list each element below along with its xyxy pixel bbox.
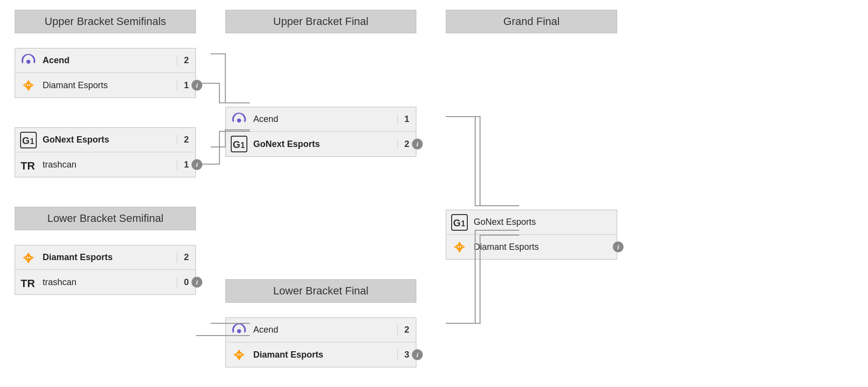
diamant-logo-gf — [450, 238, 469, 256]
team-name-trashcan-ubs2: trashcan — [43, 160, 173, 170]
match-ubs2: G 1 GoNext Esports 2 TR trashcan 1 i — [15, 127, 196, 177]
svg-text:1: 1 — [461, 219, 465, 228]
team-diamant-ubs1: Diamant Esports 1 i — [15, 73, 195, 97]
score-diamant-lbs1: 2 — [177, 252, 192, 263]
team-name-trashcan-lbs1: trashcan — [43, 277, 173, 288]
svg-point-0 — [26, 60, 30, 64]
team-acend-lbf: Acend 2 — [226, 318, 416, 342]
match-lbs1: Diamant Esports 2 TR trashcan 0 i — [15, 245, 196, 295]
acend-logo — [19, 51, 38, 70]
match-lbf1: Acend 2 Diamant Esports 3 i — [225, 317, 416, 367]
svg-text:1: 1 — [241, 141, 245, 149]
team-gonext-ubf: G 1 GoNext Esports 2 i — [226, 132, 416, 156]
match-gf1: G 1 GoNext Esports Diamant Esports i — [446, 210, 617, 260]
score-acend-ubs1: 2 — [177, 55, 192, 66]
info-badge-lbs1[interactable]: i — [192, 277, 202, 288]
diamant-logo-lbf — [230, 345, 248, 364]
svg-text:G: G — [22, 135, 30, 146]
svg-point-6 — [237, 119, 241, 122]
svg-text:G: G — [453, 218, 461, 228]
grand-final-header: Grand Final — [446, 10, 617, 33]
svg-text:TR: TR — [21, 277, 35, 290]
acend-logo-lbf — [230, 321, 248, 339]
team-name-diamant-ubs1: Diamant Esports — [43, 80, 173, 91]
gonext-logo-gf: G 1 — [450, 213, 469, 232]
team-gonext-ubs2: G 1 GoNext Esports 2 — [15, 128, 195, 152]
team-name-gonext-ubf: GoNext Esports — [253, 139, 393, 149]
team-trashcan-lbs1: TR trashcan 0 i — [15, 270, 195, 294]
team-diamant-gf: Diamant Esports i — [446, 235, 617, 259]
bracket-container: Upper Bracket Semifinals Acend 2 — [0, 0, 868, 387]
team-name-acend-ubf: Acend — [253, 114, 393, 124]
acend-logo-ubf — [230, 110, 248, 129]
upper-bracket-final-header: Upper Bracket Final — [225, 10, 416, 33]
score-diamant-ubs1: 1 — [177, 80, 192, 91]
gonext-logo-ubs2: G 1 — [19, 131, 38, 149]
score-gonext-ubs2: 2 — [177, 135, 192, 145]
upper-bracket-semifinals-header: Upper Bracket Semifinals — [15, 10, 196, 33]
info-badge-ubs1[interactable]: i — [192, 80, 202, 91]
team-gonext-gf: G 1 GoNext Esports — [446, 210, 617, 235]
score-acend-lbf: 2 — [397, 325, 412, 335]
team-name-diamant-lbs1: Diamant Esports — [43, 252, 173, 263]
match-ubs1: Acend 2 Diamant Esports 1 i — [15, 48, 196, 98]
diamant-logo-ubs1 — [19, 76, 38, 95]
trashcan-logo-lbs1: TR — [19, 273, 38, 291]
team-name-diamant-lbf: Diamant Esports — [253, 350, 393, 360]
info-badge-gf[interactable]: i — [613, 242, 624, 252]
team-acend-ubs1: Acend 2 — [15, 48, 195, 73]
trashcan-logo-ubs2: TR — [19, 155, 38, 174]
score-diamant-lbf: 3 — [397, 350, 412, 360]
team-name-gonext-ubs2: GoNext Esports — [43, 135, 173, 145]
score-gonext-ubf: 2 — [397, 139, 412, 149]
score-trashcan-ubs2: 1 — [177, 160, 192, 170]
svg-text:G: G — [233, 139, 241, 150]
column-left: Upper Bracket Semifinals Acend 2 — [15, 10, 211, 295]
team-name-diamant-gf: Diamant Esports — [474, 242, 613, 252]
column-middle: Upper Bracket Final Acend 1 G — [225, 10, 431, 367]
score-trashcan-lbs1: 0 — [177, 277, 192, 288]
info-badge-ubf[interactable]: i — [412, 139, 423, 149]
gonext-logo-ubf: G 1 — [230, 135, 248, 153]
team-name-acend-lbf: Acend — [253, 325, 393, 335]
match-ubf1: Acend 1 G 1 GoNext Esports 2 i — [225, 107, 416, 157]
info-badge-ubs2[interactable]: i — [192, 159, 202, 170]
svg-point-10 — [237, 329, 241, 333]
team-name-acend-ubs1: Acend — [43, 55, 173, 66]
svg-text:TR: TR — [21, 160, 35, 172]
team-diamant-lbs1: Diamant Esports 2 — [15, 245, 195, 270]
svg-text:1: 1 — [30, 137, 34, 145]
column-right: Grand Final G 1 GoNext Esports — [446, 10, 632, 260]
team-trashcan-ubs2: TR trashcan 1 i — [15, 152, 195, 177]
team-acend-ubf: Acend 1 — [226, 107, 416, 132]
score-acend-ubf: 1 — [397, 114, 412, 124]
info-badge-lbf[interactable]: i — [412, 349, 423, 360]
team-name-gonext-gf: GoNext Esports — [474, 217, 613, 227]
lower-bracket-semifinal-header: Lower Bracket Semifinal — [15, 207, 196, 230]
lower-bracket-final-header: Lower Bracket Final — [225, 279, 416, 303]
team-diamant-lbf: Diamant Esports 3 i — [226, 342, 416, 367]
diamant-logo-lbs1 — [19, 248, 38, 267]
